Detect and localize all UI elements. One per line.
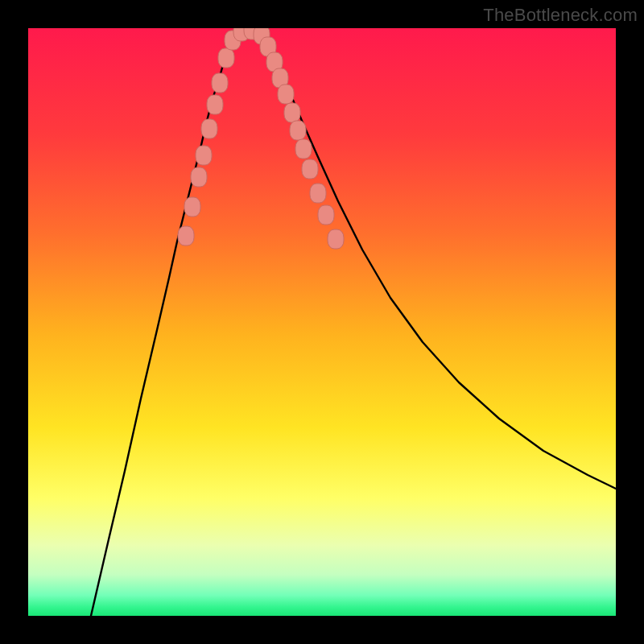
curve-marker	[191, 167, 207, 187]
curve-marker	[278, 85, 294, 104]
curve-marker	[295, 139, 312, 159]
curve-marker	[196, 146, 212, 165]
curve-marker	[207, 95, 223, 114]
curve-marker	[302, 159, 318, 179]
curve-marker	[212, 73, 228, 93]
plot-area	[28, 28, 616, 616]
curve-marker	[310, 184, 326, 203]
curve-marker	[318, 205, 334, 225]
curve-marker	[284, 103, 300, 122]
chart-frame: TheBottleneck.com	[0, 0, 644, 644]
curve-layer	[28, 28, 616, 616]
watermark-text: TheBottleneck.com	[483, 5, 638, 26]
curve-marker	[184, 197, 200, 217]
curve-marker	[178, 226, 194, 246]
curve-marker	[328, 229, 344, 249]
curve-marker	[201, 119, 217, 138]
bottleneck-curve	[91, 30, 616, 616]
curve-marker	[218, 48, 234, 68]
curve-marker	[290, 121, 306, 140]
